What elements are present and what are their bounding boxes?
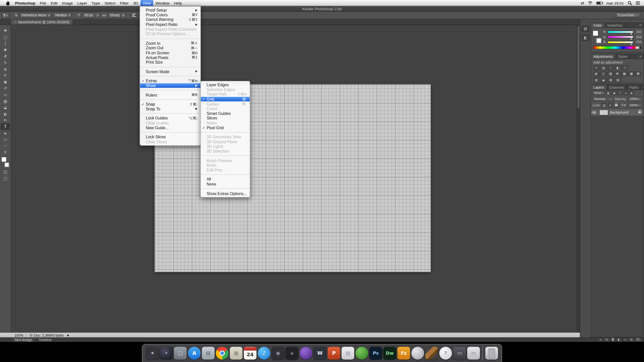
filter-shape-layers-icon[interactable]: ▭: [623, 91, 628, 95]
canvas-area[interactable]: [11, 25, 580, 333]
tab-adjustments[interactable]: Adjustments: [591, 54, 616, 59]
wifi-icon[interactable]: [588, 1, 593, 5]
menu-item-proof-colors[interactable]: Proof Colors⌘Y: [140, 13, 200, 17]
dock-word-app[interactable]: W: [314, 347, 327, 359]
dock-scanner-app[interactable]: ▭: [467, 347, 480, 359]
history-brush-tool[interactable]: ↺: [1, 85, 10, 92]
dock-photoshop[interactable]: Ps: [370, 347, 382, 359]
color-spectrum-ramp[interactable]: [593, 46, 642, 49]
menu-item-layer-edges[interactable]: Layer Edges: [201, 82, 250, 87]
lock-transparency-icon[interactable]: ▨: [602, 103, 607, 108]
foreground-background-swatches[interactable]: [593, 30, 601, 43]
marquee-tool[interactable]: ▢: [1, 34, 10, 40]
curves-icon[interactable]: ~: [608, 65, 614, 70]
menubar-layer[interactable]: Layer: [75, 0, 89, 6]
slider-thumb[interactable]: [630, 43, 632, 45]
menu-item-lock-slices[interactable]: Lock Slices: [140, 134, 200, 139]
menubar-3d[interactable]: 3D: [131, 0, 140, 6]
menu-item-smart-guides[interactable]: Smart Guides: [201, 111, 250, 116]
document-tab[interactable]: × NewWireframe @ 100% (RGB/8): [11, 19, 73, 25]
dock-itunes[interactable]: ♪: [258, 347, 270, 359]
collapsed-history-panel-button[interactable]: ▤: [582, 25, 589, 32]
add-layer-mask-icon[interactable]: ◘: [612, 338, 614, 341]
dock-help-app[interactable]: ?: [439, 347, 452, 359]
dock-lamp-app[interactable]: ⌖: [146, 347, 159, 359]
dock-dreamweaver[interactable]: Dw: [383, 347, 396, 359]
workspace-switcher[interactable]: Essentials ▾: [614, 12, 641, 18]
menubar-view[interactable]: View: [140, 0, 153, 6]
new-group-icon[interactable]: ▭: [624, 338, 627, 341]
scrollbar-thumb[interactable]: [578, 26, 580, 108]
menu-item-fit-on-screen[interactable]: Fit on Screen⌘0: [140, 50, 200, 55]
slider-thumb[interactable]: [630, 38, 632, 39]
panel-menu-icon[interactable]: ≡: [637, 23, 643, 27]
brush-tool[interactable]: ✐: [1, 72, 10, 79]
panel-menu-icon[interactable]: ≡: [637, 54, 643, 59]
menu-item-actual-pixels[interactable]: Actual Pixels⌘1: [140, 55, 200, 60]
green-value[interactable]: 253: [634, 35, 641, 39]
dock-green-sphere-app[interactable]: [355, 347, 368, 359]
invert-icon[interactable]: ◩: [635, 71, 641, 76]
slider-thumb[interactable]: [630, 33, 632, 34]
red-value[interactable]: 252: [634, 30, 641, 34]
screen-mode-tool[interactable]: ▢: [1, 175, 10, 181]
menu-bar-clock[interactable]: mar 19:01: [606, 1, 624, 5]
layer-style-icon[interactable]: fx: [605, 338, 608, 341]
menubar-select[interactable]: Select: [102, 0, 118, 6]
menubar-edit[interactable]: Edit: [49, 0, 60, 6]
menubar-type[interactable]: Type: [89, 0, 102, 6]
dock-printer-app[interactable]: ▭: [453, 347, 466, 359]
tab-timeline[interactable]: Timeline: [35, 338, 55, 342]
selective-color-icon[interactable]: ▧: [608, 77, 614, 82]
anti-alias-select[interactable]: Sharp ▾: [108, 13, 126, 18]
close-icon[interactable]: ×: [14, 20, 17, 24]
lasso-tool[interactable]: ʃ: [1, 40, 10, 47]
tab-styles[interactable]: Styles: [616, 54, 630, 59]
vibrance-icon[interactable]: ▽: [622, 65, 628, 70]
foreground-background-swatches[interactable]: [1, 157, 10, 167]
menubar-image[interactable]: Image: [60, 0, 75, 6]
menu-item-pixel-grid[interactable]: ✓Pixel Grid: [201, 125, 250, 130]
vertical-scrollbar[interactable]: [577, 25, 580, 333]
crop-tool[interactable]: #: [1, 53, 10, 59]
threshold-icon[interactable]: ◒: [600, 77, 607, 82]
chevron-down-icon[interactable]: ▾: [121, 13, 126, 17]
zoom-tool[interactable]: ⚲: [1, 149, 10, 155]
photo-filter-icon[interactable]: ◓: [614, 71, 620, 76]
menu-item-snap[interactable]: ✓Snap⇧⌘;: [140, 102, 200, 107]
filter-smart-objects-icon[interactable]: ▪: [629, 91, 634, 95]
shape-tool[interactable]: ▱: [1, 136, 10, 143]
quick-mask-tool[interactable]: ◫: [1, 169, 10, 175]
dock-trash[interactable]: [485, 347, 498, 359]
dock-calendar[interactable]: 24: [244, 347, 257, 359]
path-selection-tool[interactable]: ➤: [1, 130, 10, 136]
menu-item-snap-to[interactable]: Snap To▶: [140, 107, 200, 111]
filter-type-layers-icon[interactable]: T: [618, 91, 623, 95]
tab-paths[interactable]: Paths: [627, 85, 641, 89]
tab-channels[interactable]: Channels: [607, 85, 627, 89]
fill-select[interactable]: 100% ▾: [628, 103, 642, 108]
layer-filter-select[interactable]: Kind ▾: [593, 91, 605, 95]
dock-sphere-app[interactable]: [411, 347, 424, 359]
visibility-eye-icon[interactable]: [591, 109, 597, 116]
pen-tool[interactable]: ✒: [1, 117, 10, 123]
hue-saturation-icon[interactable]: ◐: [593, 71, 599, 76]
menu-item-show-extras-options[interactable]: Show Extras Options...: [201, 191, 250, 196]
font-style-select[interactable]: Medium ▾: [53, 13, 72, 18]
align-left-button[interactable]: [131, 13, 137, 18]
menubar-file[interactable]: File: [38, 0, 49, 6]
filter-adjustment-layers-icon[interactable]: ◉: [612, 91, 617, 95]
red-slider[interactable]: [608, 31, 633, 33]
foreground-color-swatch[interactable]: [2, 157, 6, 162]
dock-telescope-app[interactable]: ✦: [160, 347, 173, 359]
color-balance-icon[interactable]: ◫: [600, 71, 606, 76]
chevron-down-icon[interactable]: ▾: [95, 13, 100, 17]
link-layers-icon[interactable]: ∞: [599, 338, 602, 341]
menubar-help[interactable]: Help: [172, 0, 184, 6]
lock-position-icon[interactable]: ✛: [608, 103, 613, 108]
type-tool[interactable]: T: [1, 123, 10, 130]
channel-mixer-icon[interactable]: ▦: [621, 71, 627, 76]
layer-row-background[interactable]: Background: [591, 109, 643, 116]
menubar-filter[interactable]: Filter: [118, 0, 131, 6]
blur-tool[interactable]: ◒: [1, 104, 10, 111]
